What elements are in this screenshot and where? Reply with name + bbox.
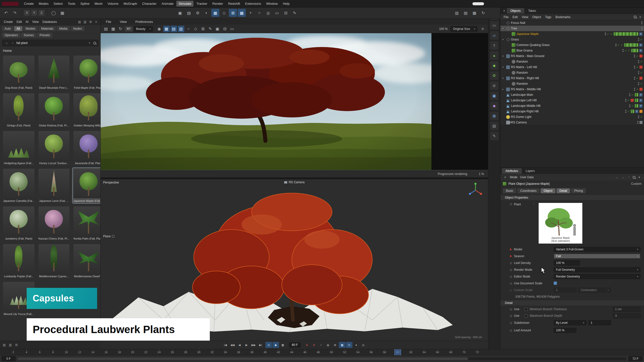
visibility-dots[interactable] — [634, 88, 635, 91]
playback-toggle-icon[interactable]: ◆ — [272, 342, 279, 348]
visibility-dots[interactable] — [638, 71, 639, 74]
keying-icon[interactable]: ● — [353, 342, 359, 348]
asset-card[interactable]: Field Maple (Fall, Plant) — [72, 55, 100, 90]
asset-filter-tab[interactable]: All — [14, 26, 22, 31]
home-icon[interactable]: ⌂ — [4, 41, 9, 45]
material-thumbnails[interactable] — [624, 43, 638, 47]
custom-scale-input[interactable]: 1 — [554, 288, 576, 293]
menubar-item[interactable]: Tools — [65, 1, 77, 7]
renderview-icon[interactable]: ▣ — [214, 26, 221, 32]
renderview-menu-item[interactable]: View — [117, 19, 129, 25]
visibility-dots[interactable] — [638, 115, 639, 118]
enable-check-icon[interactable]: ✓ — [640, 71, 642, 74]
visibility-dots[interactable] — [629, 93, 630, 96]
asset-menu-item[interactable]: Databases — [41, 19, 59, 24]
object-row[interactable]: RS Camera ✓ ✓ F — [500, 120, 644, 125]
material-thumbnails[interactable] — [635, 104, 638, 108]
size-dropdown[interactable]: Original Size ▾ — [451, 26, 477, 32]
param-value[interactable]: Render Geometry ▾ — [554, 274, 640, 279]
keying-icon[interactable]: ◍ — [325, 342, 331, 348]
field-tag-icon[interactable]: F — [639, 104, 642, 108]
asset-card[interactable]: Globe Robinia (Fall, Pl... — [37, 92, 70, 128]
timeline-ruler[interactable]: 2 4 6 8 10 12 14 16 18 20 — [0, 349, 644, 355]
object-row[interactable]: Random ✓ ✓ F — [500, 59, 644, 64]
material-thumbnails[interactable] — [631, 110, 634, 113]
mode-menu[interactable]: Mode — [510, 175, 517, 179]
enable-check-icon[interactable]: ✓ — [636, 88, 638, 91]
redshift-tag-icon[interactable] — [639, 66, 642, 69]
object-manager-tab[interactable]: Takes — [525, 8, 540, 14]
menubar-item[interactable]: Modes — [36, 1, 51, 7]
gear-icon[interactable]: ⚙ — [480, 27, 485, 31]
menubar-item[interactable]: MoGraph — [121, 1, 139, 7]
footer-icon[interactable]: ▥ — [8, 343, 13, 347]
menubar-item[interactable]: Spline — [78, 1, 92, 7]
undo-redo-icon[interactable]: ↶ — [2, 9, 10, 17]
menubar-item[interactable]: Simulate — [176, 1, 194, 7]
object-manager-menu-item[interactable]: Object — [531, 15, 543, 19]
asset-card[interactable]: Dwarf Mountain Pine (... — [37, 55, 70, 90]
asset-card[interactable]: Lombardy Poplar (Fall... — [2, 243, 35, 279]
toolbar-icon[interactable]: ◐ — [203, 9, 211, 17]
section-header-object-properties[interactable]: Object Properties — [500, 195, 644, 201]
menubar-item[interactable]: Help — [280, 1, 292, 7]
redshift-tag-icon[interactable] — [631, 99, 634, 102]
visibility-dots[interactable] — [638, 60, 639, 63]
toolbar-icon[interactable]: ▤ — [185, 9, 193, 17]
start-frame-input[interactable]: 0 F — [2, 356, 16, 361]
menubar-item[interactable]: Create — [22, 1, 36, 7]
menubar-item[interactable]: Redshift — [226, 1, 243, 7]
asset-filter-tab[interactable]: Auto — [2, 26, 13, 31]
side-tool-icon[interactable]: ▣ — [490, 92, 499, 100]
visibility-dots[interactable] — [625, 99, 626, 102]
enable-check-icon[interactable]: ✓ — [625, 49, 627, 52]
forward-icon[interactable]: → — [621, 175, 625, 179]
search-input[interactable]: fall plant — [16, 41, 86, 45]
up-icon[interactable]: ↑ — [627, 175, 631, 179]
asset-header-icon[interactable]: ⊞ — [88, 20, 93, 24]
section-header-detail[interactable]: Detail — [500, 300, 644, 306]
visibility-dots[interactable] — [625, 110, 626, 113]
toolbar-icon[interactable]: ▭ — [273, 9, 281, 17]
renderview-icon[interactable]: ○ — [185, 26, 192, 32]
camera-label[interactable]: RS Camera — [284, 180, 305, 184]
asset-filter-tab[interactable]: Models — [23, 26, 38, 31]
orange-tag-icon[interactable] — [639, 110, 642, 113]
expand-arrow-icon[interactable]: ▾ — [502, 27, 505, 30]
axis-gizmo[interactable] — [467, 182, 484, 198]
param-marker[interactable] — [509, 262, 512, 264]
param-value[interactable]: 1 cm — [613, 307, 640, 312]
asset-header-icon[interactable]: ▥ — [83, 20, 87, 24]
layout-icon[interactable]: ▥ — [453, 9, 461, 17]
asset-menu-item[interactable]: Create — [2, 19, 15, 24]
enable-check-icon[interactable]: ✓ — [631, 104, 634, 108]
attribute-tab-button[interactable]: Object — [541, 188, 555, 193]
object-row[interactable]: RS Dome Light ✓ ✓ F — [500, 114, 644, 120]
renderview-icon[interactable]: ▦ — [163, 26, 170, 32]
visibility-dots[interactable] — [634, 77, 635, 80]
object-manager-menu-item[interactable]: Tags — [543, 15, 553, 19]
current-frame-input[interactable]: 60 F — [289, 342, 301, 347]
object-row[interactable]: ▾ RS Matrix - Main Ground ✓ ✓ F — [500, 53, 644, 59]
visibility-dots[interactable] — [615, 43, 617, 47]
renderview-icon[interactable]: ▥ — [178, 26, 184, 32]
param-marker[interactable] — [509, 268, 512, 271]
menubar-item[interactable]: Extensions — [243, 1, 263, 7]
asset-card[interactable]: Kentia Palm (Fall, Plant) — [72, 205, 100, 241]
enable-check-icon[interactable]: ✓ — [631, 93, 634, 97]
keying-icon[interactable]: A — [311, 342, 317, 348]
asset-filter-tab[interactable]: Materials — [39, 26, 56, 31]
side-tool-icon[interactable]: ● — [490, 51, 499, 60]
object-row[interactable]: Landscape Main ✓ ✓ F — [500, 92, 644, 98]
keying-icon[interactable]: ▦ — [339, 342, 345, 348]
playhead[interactable] — [394, 349, 401, 355]
object-manager-menu-item[interactable]: Edit — [511, 15, 519, 19]
toolbar-icon[interactable]: + — [247, 9, 255, 17]
menubar-item[interactable]: Window — [264, 1, 280, 7]
enable-check-icon[interactable]: ✓ — [636, 55, 638, 58]
param-marker[interactable] — [509, 275, 512, 278]
object-row[interactable]: ▾ RS Matrix - Right Hill ✓ ✓ F — [500, 75, 644, 81]
object-manager-menu-item[interactable]: View — [520, 15, 530, 19]
visibility-dots[interactable] — [634, 55, 635, 58]
side-tool-icon[interactable]: ✎ — [490, 132, 499, 140]
